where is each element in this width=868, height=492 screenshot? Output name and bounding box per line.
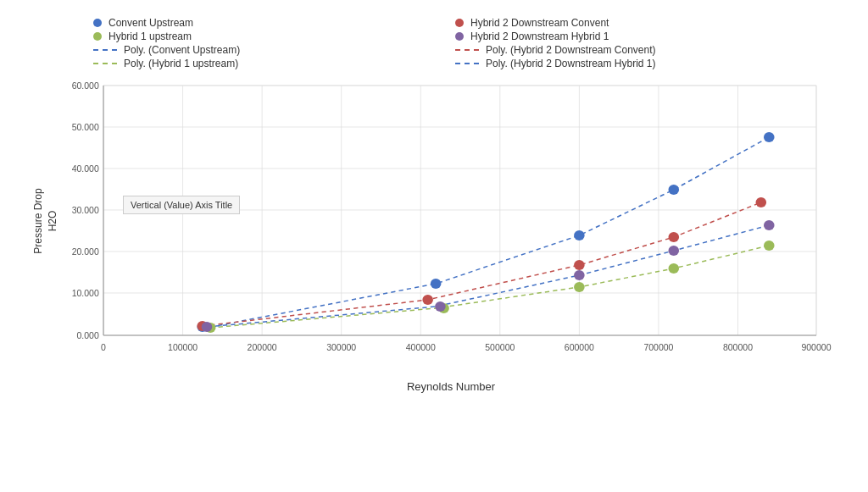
point-cu-3 xyxy=(574,230,585,240)
legend-item-poly-hybrid2-convent: Poly. (Hybrid 2 Downstream Convent) xyxy=(455,44,783,56)
point-h2c-5 xyxy=(755,197,766,207)
point-h1-5 xyxy=(764,240,775,251)
svg-text:20.000: 20.000 xyxy=(72,247,99,257)
legend-item-poly-hybrid1: Poly. (Hybrid 1 upstream) xyxy=(93,58,421,69)
svg-text:0: 0 xyxy=(101,343,106,352)
svg-text:900000: 900000 xyxy=(801,343,831,352)
chart-svg: 60.000 50.000 40.000 30.000 20.000 10.00… xyxy=(68,81,834,361)
legend-label-hybrid2-hybrid1: Hybrid 2 Downstream Hybrid 1 xyxy=(470,30,609,42)
legend-dot-hybrid1 xyxy=(93,32,102,41)
svg-rect-0 xyxy=(103,86,816,335)
point-h2h1-4 xyxy=(668,246,679,256)
y-axis-label: Pressure DropH2O xyxy=(31,188,60,253)
svg-text:800000: 800000 xyxy=(723,343,753,352)
legend-dot-convent-upstream xyxy=(93,19,102,27)
chart-container: Convent Upstream Hybrid 2 Downstream Con… xyxy=(0,0,868,492)
legend-label-hybrid1: Hybrid 1 upstream xyxy=(108,30,192,42)
svg-text:40.000: 40.000 xyxy=(72,164,99,174)
svg-text:50.000: 50.000 xyxy=(72,123,99,132)
svg-text:700000: 700000 xyxy=(643,343,673,352)
legend-line-poly-hybrid1 xyxy=(93,63,117,64)
svg-text:10.000: 10.000 xyxy=(72,289,99,298)
svg-text:100000: 100000 xyxy=(168,343,198,352)
point-cu-2 xyxy=(431,279,442,289)
legend-line-poly-hybrid2-convent xyxy=(455,49,479,51)
point-cu-5 xyxy=(764,132,775,142)
point-h1-3 xyxy=(574,282,585,292)
svg-text:60.000: 60.000 xyxy=(72,81,99,91)
legend-item-hybrid2-downstream-convent: Hybrid 2 Downstream Convent xyxy=(455,17,783,29)
point-cu-4 xyxy=(668,185,679,195)
point-h2h1-2 xyxy=(435,301,446,312)
point-h2c-2 xyxy=(422,295,433,305)
svg-text:600000: 600000 xyxy=(565,343,594,352)
legend-dot-hybrid2-hybrid1 xyxy=(455,32,464,41)
legend-line-poly-convent xyxy=(93,49,117,51)
legend-label-poly-convent: Poly. (Convent Upstream) xyxy=(124,44,240,56)
svg-text:400000: 400000 xyxy=(406,343,436,352)
chart-area: Pressure DropH2O Vertical (Value) Axis T… xyxy=(68,81,834,361)
legend-dot-hybrid2-convent xyxy=(455,19,464,27)
legend-item-hybrid1-upstream: Hybrid 1 upstream xyxy=(93,30,421,42)
point-h1-4 xyxy=(668,263,679,274)
point-h2h1-5 xyxy=(764,220,775,230)
legend: Convent Upstream Hybrid 2 Downstream Con… xyxy=(8,8,851,78)
point-h2c-3 xyxy=(574,260,585,270)
x-axis-title: Reynolds Number xyxy=(407,380,495,393)
point-h2h1-3 xyxy=(574,270,585,280)
legend-label-poly-hybrid2-convent: Poly. (Hybrid 2 Downstream Convent) xyxy=(486,44,656,56)
legend-label-convent-upstream: Convent Upstream xyxy=(108,17,193,29)
legend-item-poly-hybrid2-hybrid1: Poly. (Hybrid 2 Downstream Hybrid 1) xyxy=(455,58,783,69)
svg-text:0.000: 0.000 xyxy=(77,331,100,340)
legend-item-poly-convent-upstream: Poly. (Convent Upstream) xyxy=(93,44,421,56)
point-h2h1-1 xyxy=(202,322,213,332)
legend-label-poly-hybrid2-hybrid1: Poly. (Hybrid 2 Downstream Hybrid 1) xyxy=(486,58,656,69)
legend-label-hybrid2-convent: Hybrid 2 Downstream Convent xyxy=(470,17,609,29)
legend-label-poly-hybrid1: Poly. (Hybrid 1 upstream) xyxy=(124,58,238,69)
svg-text:30.000: 30.000 xyxy=(72,206,99,215)
legend-item-convent-upstream: Convent Upstream xyxy=(93,17,421,29)
svg-text:200000: 200000 xyxy=(248,343,277,352)
svg-text:500000: 500000 xyxy=(485,343,515,352)
svg-text:300000: 300000 xyxy=(326,343,356,352)
legend-item-hybrid2-downstream-hybrid1: Hybrid 2 Downstream Hybrid 1 xyxy=(455,30,783,42)
legend-line-poly-hybrid2-hybrid1 xyxy=(455,63,479,64)
point-h2c-4 xyxy=(668,232,679,242)
